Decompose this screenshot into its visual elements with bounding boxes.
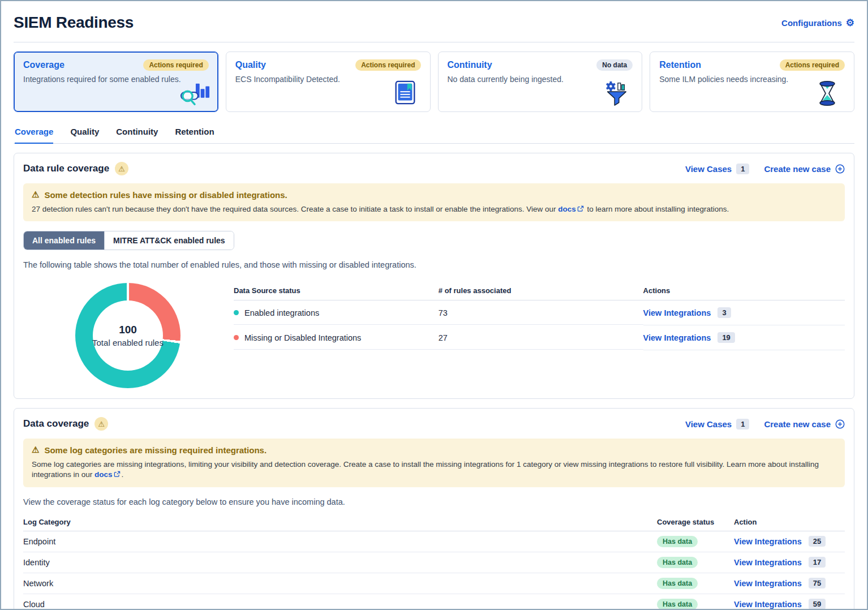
gear-icon: ⚙ — [846, 18, 854, 28]
donut-total-value: 100 — [119, 324, 137, 336]
configurations-label: Configurations — [781, 18, 842, 28]
col-rules-associated: # of rules associated — [439, 286, 643, 295]
book-icon — [392, 80, 423, 107]
view-cases-count-badge: 1 — [736, 419, 749, 429]
card-quality[interactable]: Quality Actions required ECS Incompatibi… — [226, 51, 431, 112]
col-action: Action — [734, 518, 845, 526]
view-integrations-link[interactable]: View Integrations — [643, 333, 711, 342]
callout-title-text: Some detection rules have missing or dis… — [44, 190, 287, 200]
view-cases-label: View Cases — [685, 164, 732, 174]
plus-circle-icon — [835, 164, 845, 174]
callout-text-before: Some log categories are missing integrat… — [32, 460, 819, 479]
coverage-table: Log Category Coverage status Action Endp… — [23, 516, 845, 610]
card-continuity-title: Continuity — [448, 60, 492, 70]
log-category: Network — [23, 573, 657, 594]
hourglass-icon — [816, 80, 846, 107]
data-coverage-title: Data coverage — [23, 418, 89, 429]
integrations-count-badge: 19 — [717, 332, 734, 343]
page-title: SIEM Readiness — [14, 14, 134, 32]
row-label: Enabled integrations — [244, 308, 319, 317]
row-count: 27 — [439, 327, 643, 350]
tab-coverage[interactable]: Coverage — [15, 123, 53, 144]
callout-body-text: 27 detection rules can't run because the… — [32, 204, 836, 214]
toggle-all-enabled-rules[interactable]: All enabled rules — [24, 231, 104, 250]
row-count: 73 — [439, 302, 643, 325]
configurations-link[interactable]: Configurations ⚙ — [781, 18, 854, 28]
callout-body-text: Some log categories are missing integrat… — [32, 459, 836, 480]
integrations-count-badge: 17 — [809, 557, 826, 568]
callout-text-before: 27 detection rules can't run because the… — [32, 205, 556, 213]
external-link-icon — [577, 205, 584, 212]
plus-circle-icon — [835, 419, 845, 429]
status-badge: Has data — [657, 599, 698, 610]
view-integrations-link[interactable]: View Integrations — [734, 600, 802, 609]
create-new-case-link[interactable]: Create new case — [764, 419, 845, 429]
external-link-icon — [114, 471, 121, 478]
warning-triangle-icon: ⚠ — [32, 445, 39, 455]
siem-readiness-page: SIEM Readiness Configurations ⚙ Coverage… — [1, 1, 867, 610]
view-integrations-link[interactable]: View Integrations — [734, 558, 802, 567]
create-new-case-label: Create new case — [764, 164, 831, 174]
card-coverage[interactable]: Coverage Actions required Integrations r… — [14, 51, 218, 112]
funnel-icon — [604, 80, 634, 107]
view-cases-count-badge: 1 — [736, 164, 749, 174]
table-row: Enabled integrations 73 View Integration… — [234, 300, 845, 325]
data-rule-coverage-panel: Data rule coverage ⚠ View Cases 1 Create… — [14, 153, 854, 399]
warning-triangle-icon: ⚠ — [32, 190, 39, 200]
data-coverage-warning-callout: ⚠ Some log categories are missing requir… — [23, 439, 845, 487]
donut-total-label: Total enabled rules — [92, 338, 164, 347]
rules-table: Data Source status # of rules associated… — [234, 283, 845, 388]
table-row: Identity Has data View Integrations 17 — [23, 552, 845, 573]
table-row: Endpoint Has data View Integrations 25 — [23, 531, 845, 552]
data-coverage-description: View the coverage status for each log ca… — [23, 497, 845, 506]
card-continuity[interactable]: Continuity No data No data currently bei… — [438, 51, 643, 112]
card-quality-badge: Actions required — [355, 59, 420, 71]
card-coverage-badge: Actions required — [143, 59, 208, 71]
docs-link[interactable]: docs — [94, 470, 113, 479]
data-rule-coverage-title: Data rule coverage — [23, 163, 109, 174]
callout-text-after: . — [122, 470, 124, 479]
row-label: Missing or Disabled Integrations — [244, 333, 361, 342]
coverage-table-header: Log Category Coverage status Action — [23, 516, 845, 531]
card-retention-badge: Actions required — [780, 59, 845, 71]
card-retention-title: Retention — [659, 60, 701, 70]
log-category: Endpoint — [23, 531, 657, 552]
integrations-count-badge: 75 — [809, 578, 826, 588]
status-badge: Has data — [657, 557, 698, 568]
enabled-dot-icon — [234, 310, 239, 315]
view-cases-label: View Cases — [685, 419, 732, 429]
data-coverage-panel: Data coverage ⚠ View Cases 1 Create new … — [14, 408, 854, 610]
view-integrations-link[interactable]: View Integrations — [643, 308, 711, 317]
status-badge: Has data — [657, 536, 698, 547]
col-data-source-status: Data Source status — [234, 286, 439, 295]
tab-continuity[interactable]: Continuity — [116, 123, 158, 143]
docs-link[interactable]: docs — [558, 205, 576, 213]
status-badge: Has data — [657, 578, 698, 589]
card-quality-title: Quality — [235, 60, 266, 70]
log-category: Identity — [23, 552, 657, 573]
tab-retention[interactable]: Retention — [175, 123, 214, 143]
tab-quality[interactable]: Quality — [70, 123, 99, 143]
callout-title-text: Some log categories are missing required… — [44, 445, 267, 455]
rule-coverage-warning-callout: ⚠ Some detection rules have missing or d… — [23, 183, 845, 221]
donut-chart: 100 Total enabled rules — [75, 283, 181, 388]
view-cases-link[interactable]: View Cases 1 — [685, 419, 750, 429]
card-retention[interactable]: Retention Actions required Some ILM poli… — [650, 51, 854, 112]
toggle-mitre-enabled-rules[interactable]: MITRE ATT&CK enabled rules — [104, 231, 234, 250]
create-new-case-link[interactable]: Create new case — [764, 164, 845, 174]
view-integrations-link[interactable]: View Integrations — [734, 579, 802, 588]
card-coverage-title: Coverage — [23, 60, 65, 70]
rule-coverage-description: The following table shows the total numb… — [23, 260, 845, 269]
section-tabs: Coverage Quality Continuity Retention — [14, 123, 854, 144]
col-log-category: Log Category — [23, 518, 657, 526]
rules-table-header: Data Source status # of rules associated… — [234, 283, 845, 300]
callout-text-after: to learn more about installing integrati… — [587, 205, 729, 213]
view-cases-link[interactable]: View Cases 1 — [685, 164, 750, 174]
view-integrations-link[interactable]: View Integrations — [734, 537, 802, 546]
donut-chart-wrap: 100 Total enabled rules — [23, 275, 234, 388]
integrations-count-badge: 25 — [809, 536, 826, 547]
missing-dot-icon — [234, 335, 239, 340]
log-category: Cloud — [23, 594, 657, 610]
integrations-count-badge: 59 — [809, 599, 826, 609]
status-cards: Coverage Actions required Integrations r… — [14, 51, 854, 112]
